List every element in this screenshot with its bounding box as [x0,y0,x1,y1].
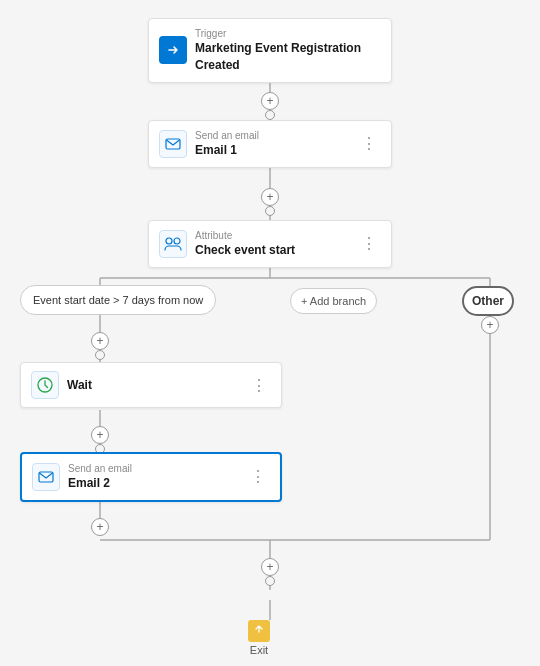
connector-dot-1 [265,110,275,120]
email2-title: Email 2 [68,475,246,492]
attribute-label: Attribute [195,229,357,242]
email1-node: Send an email Email 1 ⋮ [148,120,392,168]
trigger-label: Trigger [195,27,381,40]
attribute-title: Check event start [195,242,357,259]
attribute-icon [159,230,187,258]
attribute-menu-button[interactable]: ⋮ [357,232,381,255]
branch-event-label: Event start date > 7 days from now [33,294,203,306]
other-branch-button[interactable]: Other [462,286,514,316]
add-step-1-button[interactable]: + [261,92,279,110]
trigger-icon [159,36,187,64]
wait-title: Wait [67,377,247,394]
exit-node: Exit [248,620,270,656]
email1-menu-button[interactable]: ⋮ [357,132,381,155]
svg-point-19 [166,238,172,244]
email2-label: Send an email [68,462,246,475]
connector-dot-3 [95,350,105,360]
other-label: Other [472,294,504,308]
attribute-node: Attribute Check event start ⋮ [148,220,392,268]
add-branch-button[interactable]: + Add branch [290,288,377,314]
connector-dot-6 [265,576,275,586]
add-step-4-button[interactable]: + [91,426,109,444]
add-step-other-button[interactable]: + [481,316,499,334]
exit-icon [248,620,270,642]
add-step-5-button[interactable]: + [91,518,109,536]
add-step-3-button[interactable]: + [91,332,109,350]
exit-label: Exit [250,644,268,656]
branch-event-pill[interactable]: Event start date > 7 days from now [20,285,216,315]
wait-icon [31,371,59,399]
email1-title: Email 1 [195,142,357,159]
add-branch-label: + Add branch [301,295,366,307]
email1-icon [159,130,187,158]
workflow-canvas: Trigger Marketing Event Registration Cre… [0,0,540,666]
connector-dot-2 [265,206,275,216]
svg-point-20 [174,238,180,244]
wait-menu-button[interactable]: ⋮ [247,374,271,397]
email2-icon [32,463,60,491]
wait-node: Wait ⋮ [20,362,282,408]
email2-node: Send an email Email 2 ⋮ [20,452,282,502]
email2-menu-button[interactable]: ⋮ [246,465,270,488]
trigger-node: Trigger Marketing Event Registration Cre… [148,18,392,83]
email1-label: Send an email [195,129,357,142]
trigger-title: Marketing Event Registration Created [195,40,381,74]
add-step-6-button[interactable]: + [261,558,279,576]
add-step-2-button[interactable]: + [261,188,279,206]
